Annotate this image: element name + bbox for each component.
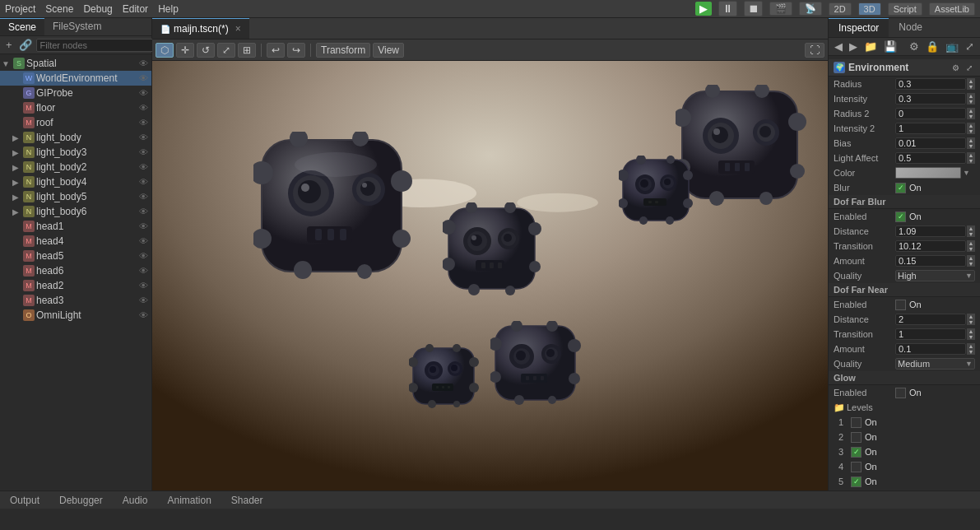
dof-far-blur-distance-input[interactable] bbox=[895, 225, 966, 237]
visibility-toggle[interactable]: 👁 bbox=[139, 177, 151, 187]
tab-filesystem[interactable]: FileSystem bbox=[44, 18, 109, 35]
glow-level-1-box[interactable] bbox=[851, 417, 862, 428]
history-forward-button[interactable]: ▶ bbox=[847, 40, 860, 53]
menu-editor[interactable]: Editor bbox=[123, 3, 148, 15]
settings-button[interactable]: ⚙ bbox=[907, 40, 922, 53]
visibility-toggle[interactable]: 👁 bbox=[139, 281, 151, 291]
dof-far-blur-amount-input[interactable] bbox=[895, 255, 966, 267]
history-back-button[interactable]: ◀ bbox=[832, 40, 845, 53]
visibility-toggle[interactable]: 👁 bbox=[139, 58, 151, 68]
prop-light-affect-up[interactable]: ▲ bbox=[967, 152, 975, 158]
menu-help[interactable]: Help bbox=[158, 3, 179, 15]
rotate-tool-button[interactable]: ↺ bbox=[197, 43, 215, 58]
tab-node[interactable]: Node bbox=[889, 18, 932, 37]
dof-far-blur-transition-up[interactable]: ▲ bbox=[967, 240, 975, 246]
visibility-toggle[interactable]: 👁 bbox=[139, 207, 151, 216]
tree-item[interactable]: OOmniLight👁 bbox=[0, 308, 151, 323]
select-tool-button[interactable]: ⬡ bbox=[156, 43, 174, 58]
prop-blur-checkbox-box[interactable]: ✓ bbox=[895, 183, 906, 193]
menu-project[interactable]: Project bbox=[5, 3, 35, 15]
dof-far-near-distance-input[interactable] bbox=[895, 314, 966, 325]
dof-far-near-amount-input[interactable] bbox=[895, 343, 966, 355]
prop-light-affect-input[interactable] bbox=[895, 152, 966, 164]
tree-item[interactable]: Mroof👁 bbox=[0, 115, 151, 130]
tree-item[interactable]: ▶Nlight_body2👁 bbox=[0, 160, 151, 174]
tree-item[interactable]: GGIProbe👁 bbox=[0, 86, 151, 100]
levels-folder-icon[interactable]: 📁 bbox=[834, 402, 845, 413]
expand-viewport-button[interactable]: ⛶ bbox=[805, 43, 824, 58]
visibility-toggle[interactable]: 👁 bbox=[139, 251, 151, 261]
visibility-toggle[interactable]: 👁 bbox=[139, 192, 151, 202]
tree-item[interactable]: ▶Nlight_body6👁 bbox=[0, 204, 151, 219]
play-button[interactable]: ▶ bbox=[695, 2, 712, 16]
dof-far-blur-distance-up[interactable]: ▲ bbox=[967, 225, 975, 231]
dof-far-near-transition-up[interactable]: ▲ bbox=[967, 328, 975, 334]
prop-bias-input[interactable] bbox=[895, 137, 966, 149]
dof-far-near-amount-up[interactable]: ▲ bbox=[967, 343, 975, 349]
dof-far-blur-checkbox-box[interactable]: ✓ bbox=[895, 212, 906, 222]
visibility-toggle[interactable]: 👁 bbox=[139, 221, 151, 231]
dof-far-near-distance-down[interactable]: ▼ bbox=[967, 319, 975, 325]
search-input[interactable] bbox=[36, 39, 158, 52]
dof-far-near-distance-up[interactable]: ▲ bbox=[967, 314, 975, 319]
expand-button[interactable]: ⤢ bbox=[963, 40, 977, 53]
prop-intensity2-down[interactable]: ▼ bbox=[967, 128, 975, 134]
prop-intensity-up[interactable]: ▲ bbox=[967, 93, 975, 99]
folder-button[interactable]: 📁 bbox=[862, 40, 880, 53]
tab-scene[interactable]: Scene bbox=[0, 18, 44, 35]
snap-button[interactable]: ⊞ bbox=[238, 43, 256, 58]
bottom-tab-audio[interactable]: Audio bbox=[119, 495, 151, 506]
tree-item[interactable]: ▼SSpatial👁 bbox=[0, 56, 151, 71]
redo-button[interactable]: ↪ bbox=[287, 43, 305, 58]
stop-button[interactable]: ⏹ bbox=[744, 1, 763, 16]
dof-far-blur-amount-up[interactable]: ▲ bbox=[967, 255, 975, 261]
tree-item[interactable]: Mhead5👁 bbox=[0, 249, 151, 263]
visibility-toggle[interactable]: 👁 bbox=[139, 73, 151, 83]
dof-far-blur-transition-down[interactable]: ▼ bbox=[967, 246, 975, 252]
prop-radius2-down[interactable]: ▼ bbox=[967, 114, 975, 119]
tree-item[interactable]: Mhead3👁 bbox=[0, 293, 151, 308]
tree-item[interactable]: Mhead2👁 bbox=[0, 278, 151, 293]
prop-color-picker[interactable] bbox=[895, 167, 961, 179]
save-button[interactable]: 💾 bbox=[881, 40, 899, 53]
env-settings-button[interactable]: ⚙ bbox=[950, 63, 962, 73]
prop-light-affect-down[interactable]: ▼ bbox=[967, 158, 975, 164]
prop-intensity2-input[interactable] bbox=[895, 123, 966, 134]
prop-intensity-down[interactable]: ▼ bbox=[967, 99, 975, 105]
dof-far-near-quality-dropdown[interactable]: Medium ▼ bbox=[895, 358, 975, 370]
visibility-toggle[interactable]: 👁 bbox=[139, 162, 151, 172]
dof-far-near-checkbox-box[interactable] bbox=[895, 300, 906, 310]
transform-button[interactable]: Transform bbox=[316, 43, 370, 58]
prop-radius2-up[interactable]: ▲ bbox=[967, 108, 975, 114]
bottom-tab-shader[interactable]: Shader bbox=[228, 495, 267, 506]
prop-intensity2-up[interactable]: ▲ bbox=[967, 123, 975, 128]
prop-radius2-input[interactable] bbox=[895, 108, 966, 119]
visibility-toggle[interactable]: 👁 bbox=[139, 118, 151, 128]
3d-button[interactable]: 3D bbox=[858, 2, 881, 16]
tree-item[interactable]: Mhead4👁 bbox=[0, 234, 151, 249]
add-node-button[interactable]: + bbox=[3, 38, 15, 52]
visibility-toggle[interactable]: 👁 bbox=[139, 147, 151, 157]
close-tab-button[interactable]: × bbox=[235, 23, 241, 35]
tab-inspector[interactable]: Inspector bbox=[829, 18, 889, 37]
prop-intensity-input[interactable] bbox=[895, 93, 966, 105]
dof-far-blur-transition-input[interactable] bbox=[895, 240, 966, 252]
glow-level-2-box[interactable] bbox=[851, 432, 862, 443]
bottom-tab-animation[interactable]: Animation bbox=[164, 495, 214, 506]
undo-button[interactable]: ↩ bbox=[267, 43, 285, 58]
link-button[interactable]: 🔗 bbox=[16, 38, 35, 52]
dof-far-near-amount-down[interactable]: ▼ bbox=[967, 349, 975, 355]
menu-scene[interactable]: Scene bbox=[45, 3, 73, 15]
visibility-toggle[interactable]: 👁 bbox=[139, 103, 151, 113]
prop-bias-down[interactable]: ▼ bbox=[967, 143, 975, 149]
prop-radius-down[interactable]: ▼ bbox=[967, 84, 975, 90]
monitor-button[interactable]: 📺 bbox=[943, 40, 961, 53]
visibility-toggle[interactable]: 👁 bbox=[139, 310, 151, 320]
view-button[interactable]: View bbox=[373, 43, 404, 58]
tree-item[interactable]: WWorldEnvironment👁 bbox=[0, 71, 151, 86]
tree-item[interactable]: ▶Nlight_body3👁 bbox=[0, 145, 151, 160]
env-expand-button[interactable]: ⤢ bbox=[964, 63, 975, 73]
prop-bias-up[interactable]: ▲ bbox=[967, 137, 975, 143]
dof-far-blur-quality-dropdown[interactable]: High ▼ bbox=[895, 270, 975, 281]
tree-item[interactable]: Mfloor👁 bbox=[0, 100, 151, 115]
